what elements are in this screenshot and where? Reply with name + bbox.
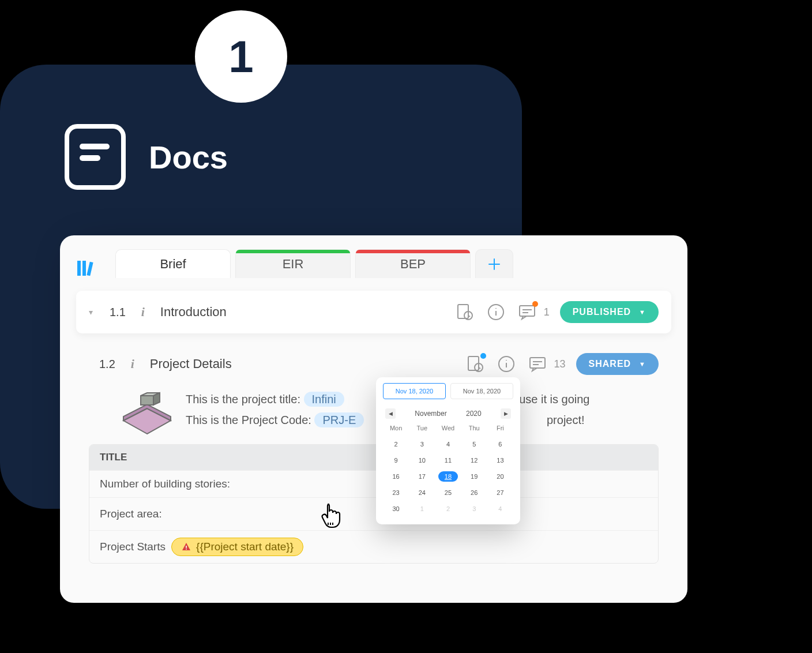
calendar-day[interactable]: 5	[461, 438, 487, 451]
comment-icon[interactable]	[517, 302, 537, 322]
project-title-label: This is the project title:	[186, 393, 300, 406]
date-range-start[interactable]: Nov 18, 2020	[383, 383, 446, 399]
prev-month-button[interactable]: ◀	[385, 408, 396, 419]
caret-down-icon: ▼	[639, 361, 646, 367]
step-badge: 1	[195, 10, 287, 103]
table-row: Project area: oject area}}	[89, 497, 658, 530]
comment-count: 1	[544, 306, 550, 318]
calendar-day[interactable]: 27	[487, 486, 513, 499]
status-dropdown[interactable]: SHARED ▼	[576, 353, 659, 375]
action-icons: 13	[465, 354, 566, 374]
comment-count: 13	[554, 358, 566, 370]
svg-rect-6	[520, 306, 535, 316]
tab-bep[interactable]: BEP	[355, 249, 471, 278]
calendar-day[interactable]: 1	[409, 502, 435, 515]
section-number: 1.2	[99, 358, 115, 371]
caret-down-icon: ▼	[639, 309, 646, 316]
row-label: Number of building stories:	[100, 478, 230, 490]
svg-rect-0	[77, 261, 81, 276]
dow-label: Tue	[409, 425, 435, 431]
calendar-day[interactable]: 19	[461, 470, 487, 483]
section-project-details: 1.2 i Project Details 13 SHARED ▼	[76, 343, 671, 575]
calendar-day[interactable]: 4	[487, 502, 513, 515]
info-italic-icon[interactable]: i	[136, 305, 150, 319]
dow-label: Mon	[383, 425, 409, 431]
calendar-day[interactable]: 3	[461, 502, 487, 515]
date-picker[interactable]: Nov 18, 2020 Nov 18, 2020 ◀ November 202…	[376, 377, 520, 524]
properties-table: TITLE E Number of building stories: rs P…	[89, 444, 659, 564]
chevron-down-icon[interactable]: ▾	[89, 307, 99, 317]
app-card: Brief EIR BEP ▾ 1.1 i Introduction	[60, 235, 687, 603]
calendar-day[interactable]: 2	[435, 502, 461, 515]
dow-label: Wed	[435, 425, 461, 431]
calendar-day[interactable]: 23	[383, 486, 409, 499]
project-title-chip[interactable]: Infini	[304, 392, 344, 407]
tabs-row: Brief EIR BEP	[76, 249, 671, 278]
date-range-end[interactable]: Nov 18, 2020	[450, 383, 513, 399]
calendar-grid: Mon Tue Wed Thu Fri 2 3 4 5 6 9 10 11 12…	[383, 425, 513, 515]
chip-text: {{Project start date}}	[196, 541, 294, 553]
calendar-day[interactable]: 17	[409, 470, 435, 483]
project-trail: project!	[547, 414, 585, 426]
tab-brief[interactable]: Brief	[115, 249, 231, 278]
svg-marker-13	[141, 396, 153, 405]
row-label: Project area:	[100, 508, 162, 520]
history-icon[interactable]	[455, 302, 475, 322]
section-introduction: ▾ 1.1 i Introduction 1 PUBLISHED ▼	[76, 291, 671, 333]
tab-label: EIR	[283, 257, 304, 272]
section-header[interactable]: 1.2 i Project Details 13 SHARED ▼	[76, 343, 671, 385]
info-icon[interactable]	[486, 302, 506, 322]
library-icon[interactable]	[76, 257, 105, 278]
calendar-day[interactable]: 16	[383, 470, 409, 483]
cursor-pointer-icon	[319, 502, 343, 531]
calendar-day[interactable]: 25	[435, 486, 461, 499]
tab-stripe	[356, 250, 470, 253]
calendar-day[interactable]: 12	[461, 454, 487, 467]
table-header: TITLE E	[89, 445, 658, 470]
comment-icon[interactable]	[528, 354, 547, 374]
calendar-day[interactable]: 2	[383, 438, 409, 451]
calendar-day-selected[interactable]: 18	[435, 470, 461, 483]
calendar-month[interactable]: November	[415, 410, 446, 418]
notification-dot	[480, 353, 486, 359]
tab-label: Brief	[160, 257, 186, 272]
info-icon[interactable]	[497, 354, 516, 374]
placeholder-chip[interactable]: {{Project start date}}	[171, 538, 303, 556]
svg-rect-1	[82, 261, 86, 276]
calendar-day[interactable]: 26	[461, 486, 487, 499]
calendar-day[interactable]: 30	[383, 502, 409, 515]
section-title: Introduction	[160, 305, 445, 320]
status-dropdown[interactable]: PUBLISHED ▼	[560, 301, 659, 323]
dow-label: Fri	[487, 425, 513, 431]
status-label: SHARED	[589, 359, 631, 369]
history-icon[interactable]	[465, 354, 485, 374]
row-label: Project Starts	[100, 541, 166, 553]
calendar-day[interactable]: 20	[487, 470, 513, 483]
step-number: 1	[228, 31, 253, 83]
tab-eir[interactable]: EIR	[235, 249, 351, 278]
svg-rect-16	[186, 546, 187, 548]
docs-icon	[65, 124, 126, 190]
calendar-day[interactable]: 3	[409, 438, 435, 451]
dow-label: Thu	[461, 425, 487, 431]
project-code-label: This is the Project Code:	[186, 414, 311, 426]
tab-add-button[interactable]	[475, 249, 513, 278]
calendar-day[interactable]: 6	[487, 438, 513, 451]
calendar-day[interactable]: 13	[487, 454, 513, 467]
next-month-button[interactable]: ▶	[501, 408, 511, 419]
tab-label: BEP	[400, 257, 426, 272]
project-code-chip[interactable]: PRJ-E	[314, 412, 364, 427]
calendar-year[interactable]: 2020	[466, 410, 482, 418]
docs-header: Docs	[65, 124, 228, 190]
section-header[interactable]: ▾ 1.1 i Introduction 1 PUBLISHED ▼	[76, 291, 671, 333]
svg-rect-10	[530, 358, 545, 368]
calendar-day[interactable]: 10	[409, 454, 435, 467]
info-italic-icon[interactable]: i	[126, 357, 140, 371]
calendar-day[interactable]: 11	[435, 454, 461, 467]
calendar-day[interactable]: 24	[409, 486, 435, 499]
status-label: PUBLISHED	[573, 307, 631, 317]
calendar-day[interactable]: 4	[435, 438, 461, 451]
calendar-day[interactable]: 9	[383, 454, 409, 467]
tab-stripe	[236, 250, 350, 253]
svg-rect-17	[186, 549, 187, 550]
